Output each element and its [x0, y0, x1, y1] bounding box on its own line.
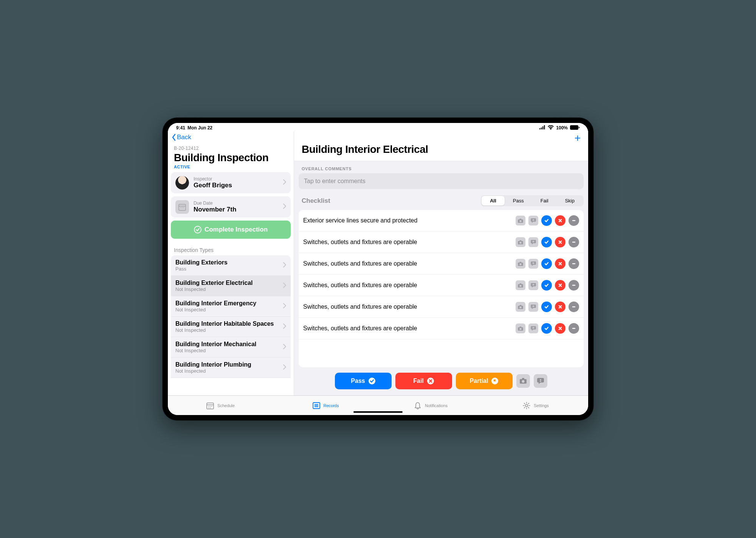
checklist-item-text: Exterior service lines secure and protec…	[303, 217, 513, 224]
add-comment-icon[interactable]	[528, 302, 538, 312]
back-button[interactable]: Back	[168, 131, 294, 143]
type-name: Building Interior Emergency	[175, 300, 283, 307]
checklist-item-text: Switches, outlets and fixtures are opera…	[303, 260, 513, 267]
camera-icon[interactable]	[516, 216, 525, 225]
tab-label: Settings	[534, 403, 549, 408]
filter-skip[interactable]: Skip	[557, 196, 583, 205]
filter-all[interactable]: All	[482, 196, 505, 205]
battery-icon	[570, 125, 580, 131]
chevron-right-icon	[283, 179, 286, 186]
svg-rect-39	[520, 327, 522, 328]
checklist-item-text: Switches, outlets and fixtures are opera…	[303, 325, 513, 332]
camera-icon[interactable]	[516, 237, 525, 247]
inspection-type-item[interactable]: Building Interior EmergencyNot Inspected	[171, 296, 291, 317]
inspection-type-item[interactable]: Building Interior Habitable SpacesNot In…	[171, 317, 291, 337]
partial-button[interactable]: Partial	[456, 373, 513, 389]
inspection-type-item[interactable]: Building Interior PlumbingNot Inspected	[171, 358, 291, 378]
filter-pass[interactable]: Pass	[505, 196, 532, 205]
pass-icon[interactable]	[541, 302, 552, 312]
inspector-name: Geoff Briges	[194, 182, 232, 189]
chevron-right-icon	[283, 303, 286, 310]
inspection-type-item[interactable]: Building ExteriorsPass	[171, 255, 291, 276]
due-value: November 7th	[194, 206, 236, 213]
skip-icon[interactable]	[569, 237, 579, 247]
inspection-type-item[interactable]: Building Exterior ElectricalNot Inspecte…	[171, 276, 291, 296]
type-status: Not Inspected	[175, 307, 283, 313]
avatar	[175, 176, 189, 190]
camera-icon[interactable]	[516, 323, 525, 333]
pass-button[interactable]: Pass	[335, 373, 392, 389]
fail-icon[interactable]	[555, 215, 565, 226]
skip-icon[interactable]	[569, 258, 579, 269]
add-comment-icon[interactable]	[528, 323, 538, 333]
checklist-row: Switches, outlets and fixtures are opera…	[299, 232, 584, 253]
status-bar: 9:41 Mon Jun 22 100%	[168, 123, 588, 131]
svg-point-57	[210, 407, 211, 408]
skip-icon[interactable]	[569, 323, 579, 334]
checklist-item-text: Switches, outlets and fixtures are opera…	[303, 239, 513, 246]
fail-icon[interactable]	[555, 280, 565, 291]
add-comment-icon[interactable]	[528, 237, 538, 247]
svg-rect-4	[570, 125, 578, 130]
inspection-type-item[interactable]: Building Interior MechanicalNot Inspecte…	[171, 337, 291, 358]
pass-icon[interactable]	[541, 258, 552, 269]
svg-point-11	[194, 226, 201, 233]
complete-inspection-button[interactable]: Complete Inspection	[171, 221, 291, 239]
add-button[interactable]: +	[575, 133, 581, 143]
fail-label: Fail	[413, 378, 424, 384]
due-date-card[interactable]: Due Date November 7th	[171, 196, 291, 218]
checklist-row: Exterior service lines secure and protec…	[299, 210, 584, 232]
add-comment-icon[interactable]	[528, 216, 538, 225]
comment-icon	[537, 378, 544, 384]
svg-point-10	[183, 207, 184, 208]
checklist: Exterior service lines secure and protec…	[299, 210, 584, 367]
camera-button[interactable]	[516, 374, 530, 388]
add-comment-icon[interactable]	[528, 280, 538, 290]
skip-icon[interactable]	[569, 302, 579, 312]
inspector-card[interactable]: Inspector Geoff Briges	[171, 172, 291, 193]
chevron-right-icon	[283, 204, 286, 210]
pass-icon[interactable]	[541, 323, 552, 334]
complete-label: Complete Inspection	[204, 226, 268, 233]
chevron-right-icon	[283, 262, 286, 269]
camera-icon[interactable]	[516, 259, 525, 269]
svg-rect-49	[540, 379, 541, 380]
svg-rect-50	[540, 381, 541, 382]
type-name: Building Exterior Electrical	[175, 280, 283, 286]
svg-point-46	[522, 380, 525, 383]
camera-icon[interactable]	[516, 280, 525, 290]
svg-rect-5	[579, 127, 579, 128]
pass-icon[interactable]	[541, 280, 552, 291]
flag-circle-icon	[491, 377, 499, 385]
fail-icon[interactable]	[555, 323, 565, 334]
fail-icon[interactable]	[555, 258, 565, 269]
svg-point-13	[520, 220, 522, 222]
pass-icon[interactable]	[541, 215, 552, 226]
home-indicator	[353, 411, 403, 413]
case-id: B-20-12412	[174, 146, 288, 151]
pass-icon[interactable]	[541, 237, 552, 247]
add-comment-icon[interactable]	[528, 259, 538, 269]
inspection-type-list: Building ExteriorsPassBuilding Exterior …	[168, 255, 294, 395]
camera-icon[interactable]	[516, 302, 525, 312]
skip-icon[interactable]	[569, 215, 579, 226]
type-name: Building Interior Habitable Spaces	[175, 320, 283, 327]
sidebar: Back B-20-12412 Building Inspection ACTI…	[168, 131, 294, 395]
comment-button[interactable]	[534, 374, 547, 388]
skip-icon[interactable]	[569, 280, 579, 291]
comment-input[interactable]: Tap to enter comments	[299, 173, 584, 189]
checklist-row: Switches, outlets and fixtures are opera…	[299, 296, 584, 318]
page-title: Building Inspection	[174, 152, 288, 164]
tab-schedule[interactable]: Schedule	[168, 396, 273, 415]
fail-button[interactable]: Fail	[395, 373, 452, 389]
type-status: Not Inspected	[175, 348, 283, 353]
fail-icon[interactable]	[555, 237, 565, 247]
svg-point-23	[520, 263, 522, 265]
filter-fail[interactable]: Fail	[532, 196, 557, 205]
tab-settings[interactable]: Settings	[483, 396, 588, 415]
svg-rect-19	[520, 240, 522, 241]
main-title: Building Interior Electrical	[302, 143, 581, 161]
type-name: Building Interior Plumbing	[175, 361, 283, 368]
type-status: Not Inspected	[175, 368, 283, 374]
fail-icon[interactable]	[555, 302, 565, 312]
